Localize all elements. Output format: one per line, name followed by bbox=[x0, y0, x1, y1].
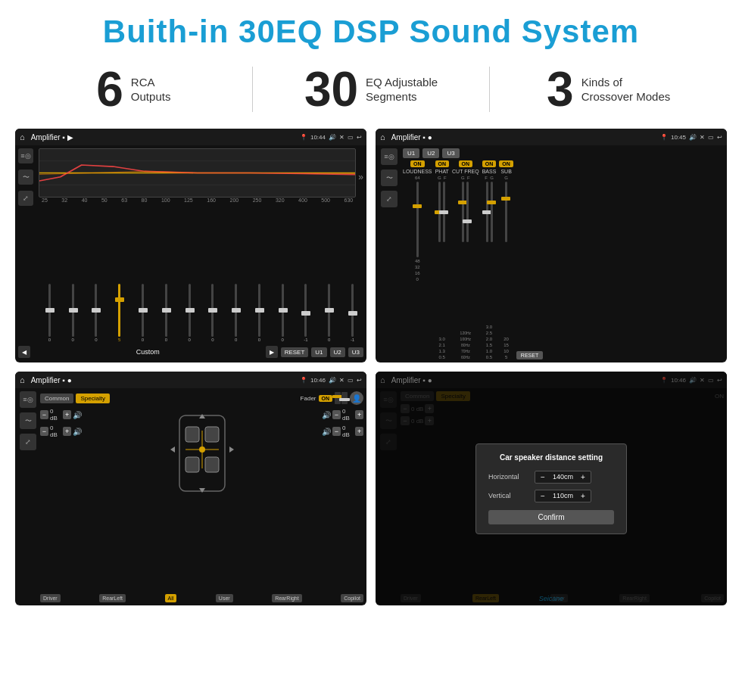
cutfreq-on[interactable]: ON bbox=[459, 160, 473, 167]
window-icon-1: ▭ bbox=[348, 134, 354, 141]
fader-13[interactable]: 0 bbox=[318, 284, 340, 342]
amp2-icon-expand[interactable]: ⤢ bbox=[381, 191, 398, 207]
tab-common-3[interactable]: Common bbox=[40, 394, 73, 403]
fader-4[interactable]: 5 bbox=[108, 284, 130, 342]
amp2-icon-wave[interactable]: 〜 bbox=[381, 170, 398, 186]
eq-icon-tune[interactable]: ≡◎ bbox=[18, 148, 33, 163]
screen-eq: ⌂ Amplifier ▪ ▶ 📍 10:44 🔊 ✕ ▭ ↩ ≡◎ 〜 ⤢ bbox=[15, 129, 366, 362]
spk3-icon-tune[interactable]: ≡◎ bbox=[20, 391, 36, 408]
plus-btn-1[interactable]: + bbox=[63, 410, 71, 419]
bass-on[interactable]: ON bbox=[482, 160, 497, 167]
eq-next-btn[interactable]: ▶ bbox=[266, 346, 278, 358]
svg-marker-10 bbox=[199, 414, 205, 418]
minus-btn-4[interactable]: − bbox=[332, 427, 341, 436]
home-icon-1[interactable]: ⌂ bbox=[20, 132, 25, 142]
stat-number-crossover: 3 bbox=[547, 65, 574, 114]
ctrl-bass: ON BASS F G 3.0 2.5 bbox=[482, 160, 497, 359]
location-icon-1: 📍 bbox=[300, 134, 307, 141]
eq-icon-wave[interactable]: 〜 bbox=[18, 170, 33, 185]
spk3-icon-expand[interactable]: ⤢ bbox=[20, 434, 36, 450]
minus-btn-1[interactable]: − bbox=[40, 410, 48, 419]
tab-specialty-3[interactable]: Specialty bbox=[76, 394, 109, 403]
amp2-presets: U1 U2 U3 bbox=[403, 148, 724, 158]
eq-u1-btn[interactable]: U1 bbox=[311, 347, 326, 357]
minus-btn-3[interactable]: − bbox=[332, 410, 341, 419]
fader-10[interactable]: 0 bbox=[248, 284, 270, 342]
fader-12[interactable]: -1 bbox=[295, 284, 317, 342]
spk3-car-diagram bbox=[86, 408, 317, 591]
spk3-rearright-btn[interactable]: RearRight bbox=[272, 594, 302, 602]
fader-11[interactable]: 0 bbox=[272, 284, 294, 342]
plus-btn-3[interactable]: + bbox=[355, 410, 363, 419]
fader-8[interactable]: 0 bbox=[201, 284, 223, 342]
sub-slider[interactable] bbox=[505, 182, 507, 335]
fader-14[interactable]: -1 bbox=[341, 284, 363, 342]
eq-curve-svg bbox=[39, 149, 355, 197]
vertical-input[interactable]: − 110cm + bbox=[535, 490, 591, 502]
amp2-reset-btn[interactable]: RESET bbox=[516, 351, 543, 359]
fader-1[interactable]: 0 bbox=[39, 284, 61, 342]
eq-u3-btn[interactable]: U3 bbox=[348, 347, 363, 357]
fader-6[interactable]: 0 bbox=[155, 284, 177, 342]
loudness-slider[interactable]: 64 48 32 16 0 bbox=[415, 176, 420, 359]
window-icon-3: ▭ bbox=[348, 377, 354, 384]
spk3-user-btn[interactable]: User bbox=[216, 594, 233, 602]
eq-faders-row: 0 0 0 5 0 bbox=[18, 208, 363, 342]
horizontal-input[interactable]: − 140cm + bbox=[535, 471, 591, 484]
profile-icon-3[interactable]: 👤 bbox=[350, 391, 363, 405]
spk3-right: 🔊 − 0 dB + 🔊 − 0 dB + bbox=[322, 408, 363, 591]
stat-text-eq: EQ AdjustableSegments bbox=[366, 75, 438, 104]
spk3-copilot-btn[interactable]: Copilot bbox=[341, 594, 363, 602]
phat-on[interactable]: ON bbox=[435, 160, 450, 167]
eq-side-icons: ≡◎ 〜 ⤢ bbox=[18, 148, 36, 206]
loudness-on[interactable]: ON bbox=[410, 160, 425, 167]
bass-slider[interactable] bbox=[486, 182, 493, 323]
spk3-bottom-btns: Driver RearLeft All User RearRight Copil… bbox=[40, 594, 363, 602]
fader-on-badge-3: Fader bbox=[301, 395, 316, 402]
svg-marker-12 bbox=[170, 446, 175, 453]
amp2-icon-tune[interactable]: ≡◎ bbox=[381, 148, 398, 165]
svg-rect-7 bbox=[205, 457, 219, 472]
plus-btn-4[interactable]: + bbox=[355, 427, 363, 436]
preset-u3[interactable]: U3 bbox=[442, 148, 459, 158]
horizontal-plus[interactable]: + bbox=[578, 473, 588, 481]
eq-reset-btn[interactable]: RESET bbox=[281, 347, 309, 357]
stat-text-crossover: Kinds ofCrossover Modes bbox=[581, 75, 671, 104]
eq-icon-expand[interactable]: ⤢ bbox=[18, 191, 33, 206]
svg-marker-13 bbox=[229, 446, 234, 453]
home-icon-2[interactable]: ⌂ bbox=[380, 132, 385, 142]
spk3-rearleft-btn[interactable]: RearLeft bbox=[99, 594, 126, 602]
vertical-minus[interactable]: − bbox=[538, 492, 547, 500]
fader-7[interactable]: 0 bbox=[179, 284, 201, 342]
phat-slider[interactable] bbox=[438, 182, 445, 335]
spk3-driver-btn[interactable]: Driver bbox=[40, 594, 61, 602]
amp2-reset-col: RESET bbox=[516, 160, 543, 359]
stat-text-rca: RCAOutputs bbox=[131, 75, 171, 104]
eq-prev-btn[interactable]: ◀ bbox=[18, 346, 30, 358]
eq-scroll-right[interactable]: » bbox=[358, 148, 363, 206]
fader-5[interactable]: 0 bbox=[132, 284, 154, 342]
screen1-status: 📍 10:44 🔊 ✕ ▭ ↩ bbox=[300, 134, 362, 141]
dialog-overlay: Car speaker distance setting Horizontal … bbox=[376, 372, 727, 605]
spk3-icon-wave[interactable]: 〜 bbox=[20, 412, 36, 429]
home-icon-3[interactable]: ⌂ bbox=[20, 375, 25, 384]
vertical-plus[interactable]: + bbox=[578, 492, 588, 500]
stat-rca: 6 RCAOutputs bbox=[30, 65, 237, 114]
minus-btn-2[interactable]: − bbox=[40, 427, 48, 436]
preset-u2[interactable]: U2 bbox=[422, 148, 439, 158]
eq-u2-btn[interactable]: U2 bbox=[330, 347, 345, 357]
horizontal-minus[interactable]: − bbox=[538, 473, 547, 481]
cutfreq-slider[interactable] bbox=[462, 182, 469, 329]
preset-u1[interactable]: U1 bbox=[403, 148, 419, 158]
distance-dialog: Car speaker distance setting Horizontal … bbox=[475, 443, 627, 534]
sub-on[interactable]: ON bbox=[499, 160, 513, 167]
fader-3[interactable]: 0 bbox=[86, 284, 108, 342]
spk3-all-btn[interactable]: All bbox=[165, 594, 177, 602]
plus-btn-2[interactable]: + bbox=[63, 427, 71, 436]
screen3-time: 10:46 bbox=[310, 377, 326, 384]
fader-9[interactable]: 0 bbox=[225, 284, 247, 342]
fader-on-3[interactable]: ON bbox=[319, 395, 333, 402]
dialog-vertical-row: Vertical − 110cm + bbox=[488, 490, 614, 502]
confirm-button[interactable]: Confirm bbox=[488, 510, 614, 524]
fader-2[interactable]: 0 bbox=[62, 284, 84, 342]
